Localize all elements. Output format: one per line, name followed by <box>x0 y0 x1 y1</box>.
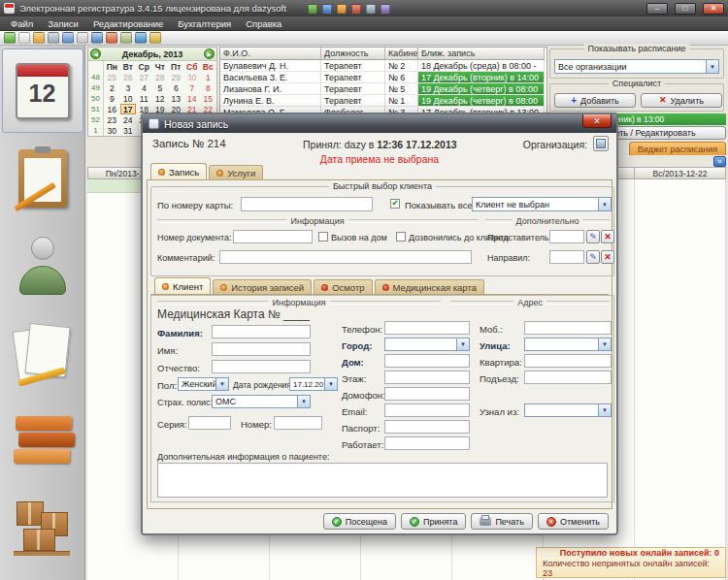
number-input[interactable] <box>274 416 322 430</box>
help-icon[interactable] <box>149 32 161 44</box>
table-row[interactable]: Лунина Е. В. Терапевт № 1 19 Декабрь (че… <box>220 95 546 107</box>
close-button[interactable]: ✕ <box>703 3 724 15</box>
clear-referred-button[interactable]: ✕ <box>601 250 614 264</box>
list-icon[interactable] <box>120 32 132 44</box>
visited-button[interactable]: ✔ Посещена <box>323 513 396 530</box>
calendar-day-selected[interactable]: 17 <box>120 104 137 114</box>
calendar-day[interactable]: 29 <box>168 72 184 82</box>
insurance-select[interactable]: ОМС ▼ <box>212 395 311 408</box>
gender-select[interactable]: Женский ▼ <box>178 377 229 391</box>
works-input[interactable] <box>384 436 470 450</box>
calendar-day[interactable]: 31 <box>120 125 137 136</box>
menu-edit[interactable]: Редактирование <box>86 17 170 30</box>
tab-medical-card[interactable]: Медицинская карта <box>375 279 484 294</box>
calendar-day[interactable]: 6 <box>168 82 184 93</box>
open-calendar-icon[interactable] <box>18 32 30 44</box>
monitor-icon[interactable] <box>91 32 103 44</box>
calendar-day[interactable]: 7 <box>184 82 201 93</box>
series-input[interactable] <box>188 416 231 430</box>
organization-select[interactable]: Все организации ▼ <box>554 59 719 74</box>
title-bar[interactable]: Электронная регистратура 3.4.15 лицензир… <box>0 0 728 16</box>
calendar-day[interactable]: 14 <box>184 93 201 104</box>
dialog-title-bar[interactable]: Новая запись ✕ <box>143 114 616 133</box>
sidebar-warehouse-button[interactable] <box>2 485 83 569</box>
calendar-day[interactable]: 26 <box>120 72 137 82</box>
calendar-day[interactable]: 30 <box>104 125 120 136</box>
maximize-button[interactable]: □ <box>675 3 696 15</box>
house-input[interactable] <box>384 354 470 368</box>
client-card-icon[interactable] <box>106 32 117 44</box>
minimize-button[interactable]: – <box>646 3 668 15</box>
sidebar-catalogs-button[interactable] <box>2 398 83 482</box>
middlename-input[interactable] <box>212 360 311 373</box>
comment-input[interactable] <box>219 250 472 264</box>
entrance-input[interactable] <box>524 371 612 384</box>
tab-client[interactable]: Клиент <box>154 277 211 294</box>
tab-record[interactable]: Запись <box>150 163 207 179</box>
birthdate-picker[interactable]: 17.12.2013 ▼ <box>289 377 338 391</box>
table-icon[interactable] <box>77 32 88 44</box>
referred-input[interactable] <box>549 250 584 264</box>
column-header-role[interactable]: Должность <box>321 48 385 60</box>
globe-icon[interactable] <box>135 32 147 44</box>
show-all-checkbox[interactable]: ✔ <box>390 199 400 209</box>
city-select[interactable]: ▼ <box>384 338 470 351</box>
menu-records[interactable]: Записи <box>41 17 85 30</box>
calendar-day[interactable]: 8 <box>200 82 216 93</box>
sidebar-new-record-button[interactable] <box>2 136 83 220</box>
representative-input[interactable] <box>549 230 584 243</box>
calendar-day[interactable]: 10 <box>120 93 137 104</box>
schedule-icon[interactable] <box>33 32 45 44</box>
calendar-day[interactable]: 24 <box>120 114 137 125</box>
calendar-day[interactable]: 2 <box>104 82 120 93</box>
clear-representative-button[interactable]: ✕ <box>601 230 614 243</box>
intercom-input[interactable] <box>384 387 470 401</box>
column-header-next[interactable]: Ближ. запись <box>418 48 545 60</box>
lastname-input[interactable] <box>212 325 311 338</box>
calendar-day[interactable]: 3 <box>120 82 137 93</box>
menu-file[interactable]: Файл <box>4 17 40 30</box>
sidebar-journal-button[interactable] <box>2 310 83 395</box>
tab-services[interactable]: Услуги <box>209 165 263 179</box>
print-button[interactable]: Печать <box>471 513 532 530</box>
client-select[interactable]: Клиент не выбран ▼ <box>472 197 612 211</box>
calendar-day[interactable]: 4 <box>136 82 152 93</box>
card-number-input[interactable] <box>241 197 373 211</box>
calendar-day[interactable]: 30 <box>184 72 201 82</box>
table-row[interactable]: Лизанова Г. И. Терапевт № 5 19 Декабрь (… <box>220 83 546 95</box>
calendar-day[interactable]: 13 <box>168 93 184 104</box>
column-header-cabinet[interactable]: Кабинет <box>385 48 418 60</box>
learned-from-select[interactable]: ▼ <box>524 403 612 417</box>
add-record-icon[interactable] <box>4 32 16 44</box>
mobile-input[interactable] <box>524 321 612 335</box>
calendar-day[interactable]: 16 <box>104 104 120 114</box>
calendar-day[interactable]: 5 <box>152 82 169 93</box>
passport-input[interactable] <box>384 420 470 434</box>
add-specialist-button[interactable]: + Добавить <box>554 93 636 108</box>
menu-help[interactable]: Справка <box>239 17 288 30</box>
edit-representative-button[interactable]: ✎ <box>586 230 600 243</box>
tab-examination[interactable]: Осмотр <box>314 279 372 294</box>
doc-number-input[interactable] <box>233 230 313 243</box>
delete-specialist-button[interactable]: ✕ Удалить <box>641 93 722 108</box>
settings-icon[interactable] <box>62 32 74 44</box>
apartment-input[interactable] <box>524 354 612 368</box>
firstname-input[interactable] <box>212 342 311 356</box>
dialog-close-button[interactable]: ✕ <box>582 114 612 128</box>
calendar-day[interactable]: 15 <box>200 93 216 104</box>
next-month-button[interactable]: ▶ <box>204 48 215 59</box>
column-header-name[interactable]: Ф.И.О. <box>220 48 321 60</box>
sidebar-clients-button[interactable] <box>2 223 83 307</box>
prev-month-button[interactable]: ◀ <box>90 48 101 59</box>
calendar-day[interactable]: 11 <box>136 93 152 104</box>
cancel-button[interactable]: ✕ Отменить <box>538 513 609 530</box>
organization-select-button[interactable] <box>593 136 609 151</box>
floor-input[interactable] <box>384 371 470 384</box>
reached-checkbox[interactable] <box>396 232 406 242</box>
calendar-day[interactable]: 1 <box>200 72 216 82</box>
tab-history[interactable]: История записей <box>213 279 312 294</box>
home-visit-checkbox[interactable] <box>318 232 328 242</box>
calendar-day[interactable]: 9 <box>104 93 120 104</box>
calendar-day[interactable]: 28 <box>152 72 169 82</box>
calendar-day[interactable]: 23 <box>104 114 120 125</box>
